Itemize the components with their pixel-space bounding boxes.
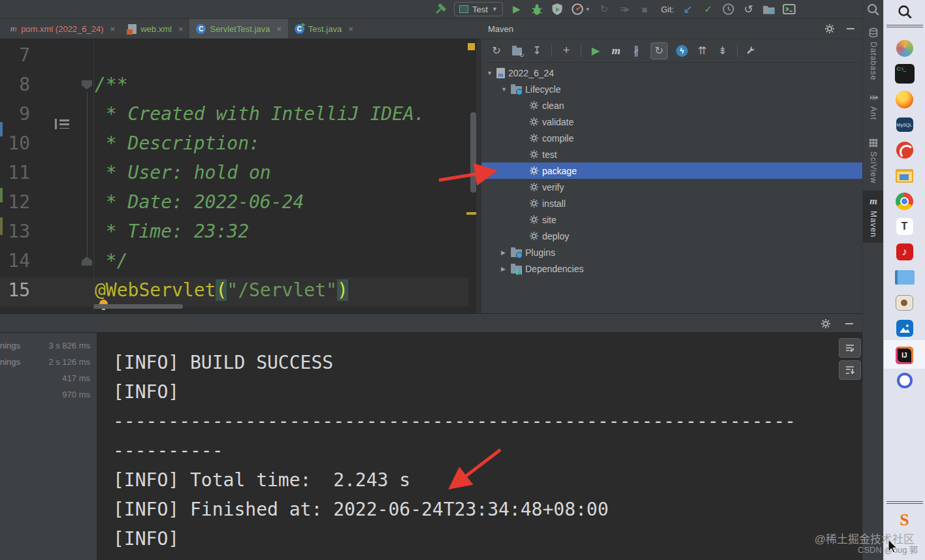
tree-label: install [542,198,566,209]
separator [581,45,581,57]
fold-region-end-icon[interactable] [82,257,92,266]
tab-servlettest-java[interactable]: C ServletTest.java × [189,19,287,39]
minimize-icon[interactable] [847,28,854,29]
taskbar-icon-photos[interactable] [895,319,915,338]
vertical-scrollbar[interactable] [470,112,476,193]
tab-test-java[interactable]: C Test.java × [288,19,360,39]
reimport-maven-icon[interactable]: ↻ [491,44,502,57]
minimize-icon[interactable] [845,323,853,324]
build-step-row[interactable]: nings 2 s 126 ms [0,354,97,370]
maven-goal-test[interactable]: test [481,146,862,163]
taskbar-icon-blue-circle-app[interactable] [895,371,915,390]
maven-tree-item-project[interactable]: ▼ m 2022_6_24 [481,65,862,81]
close-icon[interactable]: × [276,24,282,34]
scroll-to-end-button[interactable] [839,360,861,380]
maven-goal-validate[interactable]: validate [481,114,862,130]
build-hammer-icon[interactable] [434,3,447,16]
collapse-all-icon[interactable]: ⇟ [717,44,728,57]
tool-window-tab-ant[interactable]: Ant [863,93,884,120]
gear-icon[interactable] [820,319,831,329]
taskbar-icon-mysql-console[interactable]: MySQL [895,115,915,134]
maven-tree-item-dependencies[interactable]: ▶ Dependencies [481,260,862,277]
taskbar-icon-typora[interactable]: T [895,217,915,236]
run-maven-build-icon[interactable]: ▶ [590,44,602,57]
goal-gear-icon [529,117,539,127]
maven-tree-item-lifecycle[interactable]: ▼ Lifecycle [481,81,862,97]
editor-maven-splitter[interactable] [476,39,481,313]
run-with-coverage-button[interactable] [551,3,564,16]
tool-window-tab-sciview[interactable]: SciView [863,138,884,183]
tool-window-tab-database[interactable]: Database [863,27,884,80]
reload-settings-toggle-selected[interactable]: ↻ [651,42,668,59]
rollback-button[interactable]: ↺ [742,3,755,16]
tree-label: package [542,166,577,176]
maven-goal-verify[interactable]: verify [481,179,862,195]
warning-stripe-mark[interactable] [466,212,476,215]
close-icon[interactable]: × [110,24,116,34]
soft-wrap-button[interactable] [839,338,861,358]
execute-maven-goal-icon[interactable]: m [610,44,622,57]
comment-structure-icon[interactable] [55,119,71,129]
generate-sources-folder-icon[interactable]: ↻ [511,44,523,57]
maven-goal-compile[interactable]: compile [481,130,862,146]
taskbar-icon-coffee-app[interactable] [895,293,915,313]
debug-button[interactable] [530,3,544,16]
taskbar-icon-intellij-idea-active[interactable]: IJ [895,345,915,365]
goal-gear-icon [529,166,539,176]
taskbar-icon-paint[interactable] [895,39,915,58]
history-button[interactable] [722,3,735,16]
add-maven-project-icon[interactable]: + [560,44,572,57]
taskbar-icon-dictionary[interactable] [895,268,915,287]
build-step-row[interactable]: nings 3 s 826 ms [0,337,97,354]
horizontal-scrollbar[interactable] [93,304,183,309]
search-icon[interactable] [866,3,880,16]
taskbar-icon-chrome[interactable] [895,191,915,211]
close-icon[interactable]: × [178,24,184,34]
taskbar-icon-netease-music[interactable]: ♪ [895,242,915,262]
taskbar-icon-sogou[interactable]: S [895,510,915,530]
expand-all-icon[interactable]: ⇈ [696,44,708,57]
tab-web-xml[interactable]: web.xml × [122,19,189,39]
taskbar-icon-red-spiral-app[interactable] [895,140,915,160]
maven-tree-item-plugins[interactable]: ▶ Plugins [481,244,862,260]
terminal-icon[interactable] [783,3,796,16]
chevron-right-icon[interactable]: ▶ [501,249,508,256]
maven-goal-package-selected[interactable]: package [481,163,862,179]
build-step-row[interactable]: 417 ms [0,370,97,386]
code-line: * Time: 23:32 [95,217,249,246]
main-toolbar: Test ▼ ▶ ▼ ↻ ≡▸ ■ Git: ↙ ✓ ↺ [0,0,883,19]
run-configuration-select[interactable]: Test ▼ [454,2,503,16]
tab-pom-xml[interactable]: m pom.xml (2022_6_24) × [4,19,122,39]
download-sources-icon[interactable]: ↧ [531,44,543,57]
profiler-icon [571,3,584,16]
warning-stripe-mark[interactable] [468,43,475,50]
project-folders-icon[interactable] [762,3,775,16]
close-icon[interactable]: × [348,24,353,34]
taskbar-divider [886,501,923,502]
code-editor[interactable]: 7 8 9 10 11 12 13 14 15 /** * Created wi… [0,39,480,313]
maven-goal-deploy[interactable]: deploy [481,228,862,244]
profiler-button[interactable]: ▼ [571,3,591,16]
skip-tests-icon[interactable]: ∦ [630,44,642,57]
maven-goal-site[interactable]: site [481,211,862,228]
git-commit-button[interactable]: ✓ [702,3,715,16]
build-step-row[interactable]: 970 ms [0,386,97,403]
build-console-output[interactable]: [INFO] BUILD SUCCESS [INFO] ------------… [97,333,862,560]
maven-goal-clean[interactable]: clean [481,97,862,114]
taskbar-icon-cmd[interactable]: C:\_ [895,64,915,84]
taskbar-icon-firefox[interactable] [895,89,915,109]
git-update-button[interactable]: ↙ [681,3,694,16]
chevron-down-icon[interactable]: ▼ [501,86,508,93]
maven-file-icon: m [10,23,17,34]
taskbar-search-icon[interactable] [897,4,913,20]
run-button[interactable]: ▶ [510,3,523,16]
chevron-right-icon[interactable]: ▶ [501,266,508,272]
gear-icon[interactable] [824,23,835,34]
chevron-down-icon[interactable]: ▼ [487,70,493,76]
maven-goal-install[interactable]: install [481,195,862,211]
fold-region-start-icon[interactable] [82,80,92,89]
tool-window-tab-maven-active[interactable]: m Maven [863,191,884,243]
maven-settings-wrench-icon[interactable] [746,44,756,57]
taskbar-icon-file-explorer[interactable] [895,166,915,185]
offline-mode-icon[interactable]: ϟ [676,45,688,57]
